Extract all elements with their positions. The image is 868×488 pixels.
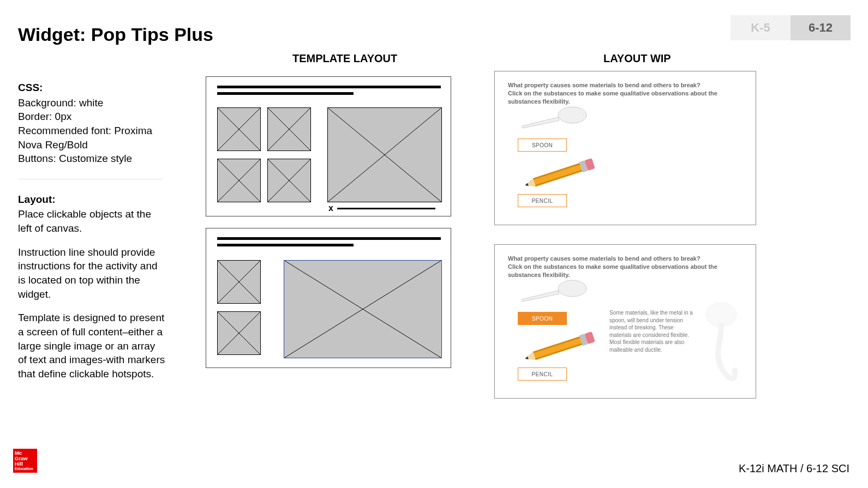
css-font-line2: Nova Reg/Bold bbox=[18, 138, 165, 152]
layout-p1: Place clickable objects at the left of c… bbox=[18, 207, 165, 235]
subhead-line bbox=[217, 244, 354, 246]
caption-line bbox=[337, 208, 435, 209]
wip-items: SPOON PENCIL bbox=[518, 105, 600, 207]
spoon-info-text: Some materials, like the metal in a spoo… bbox=[609, 309, 697, 353]
css-buttons: Buttons: Customize style bbox=[18, 152, 165, 166]
css-border: Border: 0px bbox=[18, 110, 165, 124]
layout-p3: Template is designed to present a screen… bbox=[18, 311, 165, 381]
caption-x-icon: x bbox=[328, 203, 333, 213]
logo-line4: Education bbox=[15, 467, 35, 471]
spoon-button-active[interactable]: SPOON bbox=[518, 312, 567, 325]
css-font-line1: Recommended font: Proxima bbox=[18, 124, 165, 138]
left-column: CSS: Background: white Border: 0px Recom… bbox=[18, 81, 165, 391]
divider bbox=[18, 179, 163, 179]
subhead-line bbox=[217, 92, 354, 95]
css-lines: Background: white Border: 0px Recommende… bbox=[18, 96, 165, 166]
grade-tabs: K-5 6-12 bbox=[731, 15, 851, 40]
template-wireframe-2 bbox=[206, 228, 451, 368]
tab-6-12[interactable]: 6-12 bbox=[791, 15, 851, 40]
wip-question-line2: Click on the substances to make some qua… bbox=[508, 89, 743, 106]
placeholder-image-3 bbox=[217, 159, 261, 202]
pencil-icon[interactable] bbox=[518, 332, 600, 364]
svg-point-16 bbox=[558, 107, 586, 123]
placeholder-image-2 bbox=[267, 107, 311, 151]
footer-text: K-12i MATH / 6-12 SCI bbox=[739, 462, 849, 475]
headline-line bbox=[217, 237, 441, 240]
svg-rect-25 bbox=[533, 336, 583, 360]
layout-label: Layout: bbox=[18, 192, 165, 207]
spoon-icon[interactable] bbox=[518, 279, 589, 309]
heading-layout-wip: LAYOUT WIP bbox=[603, 52, 671, 65]
placeholder-image-1 bbox=[217, 260, 261, 304]
placeholder-image-1 bbox=[217, 107, 261, 151]
placeholder-image-2 bbox=[217, 311, 261, 355]
pencil-icon[interactable] bbox=[518, 158, 600, 191]
template-wireframe-1: x bbox=[206, 76, 451, 216]
css-background: Background: white bbox=[18, 96, 165, 110]
wip-items: SPOON PENCIL bbox=[518, 279, 600, 381]
css-label: CSS: bbox=[18, 81, 165, 95]
ghost-spoon-icon bbox=[697, 299, 746, 387]
placeholder-large-image bbox=[284, 260, 442, 358]
svg-point-24 bbox=[558, 280, 586, 297]
wip-question-line2: Click on the substances to make some qua… bbox=[508, 263, 743, 279]
wip-question-line1: What property causes some materials to b… bbox=[508, 81, 743, 89]
page-title: Widget: Pop Tips Plus bbox=[18, 24, 213, 45]
spoon-icon[interactable] bbox=[518, 105, 589, 135]
logo-line3: Hill bbox=[15, 461, 35, 467]
pencil-button[interactable]: PENCIL bbox=[518, 194, 567, 207]
mcgraw-hill-logo: Mc Graw Hill Education bbox=[13, 449, 37, 473]
spoon-button[interactable]: SPOON bbox=[518, 138, 567, 152]
pencil-button[interactable]: PENCIL bbox=[518, 367, 567, 381]
svg-rect-17 bbox=[533, 163, 583, 186]
wip-question-line1: What property causes some materials to b… bbox=[508, 255, 743, 263]
heading-template-layout: TEMPLATE LAYOUT bbox=[292, 52, 397, 65]
headline-line bbox=[217, 86, 441, 88]
wip-example-1: What property causes some materials to b… bbox=[494, 71, 756, 225]
wip-example-2: What property causes some materials to b… bbox=[494, 244, 756, 399]
placeholder-image-4 bbox=[267, 159, 311, 202]
placeholder-large-image bbox=[327, 107, 442, 202]
tab-k5[interactable]: K-5 bbox=[731, 15, 791, 40]
layout-p2: Instruction line should provide instruct… bbox=[18, 245, 165, 302]
